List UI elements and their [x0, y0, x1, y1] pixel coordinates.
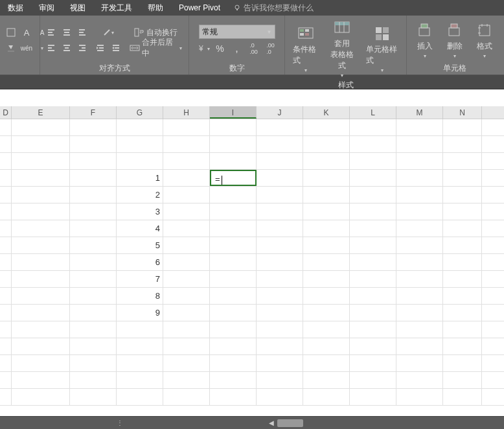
number-format-dropdown[interactable]: 常规 ▼: [199, 25, 275, 39]
cell[interactable]: [257, 372, 303, 388]
cell[interactable]: [12, 372, 70, 388]
cell[interactable]: [12, 254, 70, 270]
cell[interactable]: [303, 389, 350, 405]
cell[interactable]: [0, 355, 12, 371]
align-top-button[interactable]: [44, 25, 58, 40]
cell[interactable]: [350, 220, 396, 237]
cell[interactable]: [257, 254, 303, 270]
cell[interactable]: [396, 170, 443, 186]
cell[interactable]: [303, 288, 350, 304]
cell[interactable]: 1: [117, 170, 163, 186]
cell[interactable]: [303, 271, 350, 287]
cell[interactable]: [0, 321, 12, 338]
cell[interactable]: [303, 305, 350, 321]
cell[interactable]: [12, 389, 70, 405]
cell[interactable]: [257, 288, 303, 304]
cell[interactable]: [210, 372, 257, 388]
cell[interactable]: [117, 355, 163, 371]
cell[interactable]: [163, 372, 210, 388]
column-header[interactable]: H: [163, 106, 210, 119]
cell[interactable]: [117, 321, 163, 338]
cell[interactable]: [12, 203, 70, 220]
cell[interactable]: [210, 271, 257, 287]
cell[interactable]: [210, 136, 257, 152]
cell[interactable]: [303, 237, 350, 253]
cell[interactable]: [257, 355, 303, 371]
cell[interactable]: [443, 305, 482, 321]
cell[interactable]: [443, 153, 482, 169]
cell[interactable]: [70, 288, 117, 304]
cell[interactable]: [163, 389, 210, 405]
cell[interactable]: [12, 288, 70, 304]
column-header[interactable]: E: [12, 106, 70, 119]
cell[interactable]: [210, 203, 257, 220]
menu-tab[interactable]: 开发工具: [93, 0, 140, 16]
cell[interactable]: [350, 187, 396, 203]
cell[interactable]: [396, 305, 443, 321]
orientation-button[interactable]: ▾: [101, 25, 115, 40]
cell[interactable]: [210, 338, 257, 354]
cell[interactable]: [443, 220, 482, 237]
cell[interactable]: [0, 119, 12, 135]
pinyin-button[interactable]: wén: [19, 41, 34, 55]
horizontal-scroll-thumb[interactable]: [277, 419, 303, 427]
cell[interactable]: [257, 119, 303, 135]
cell[interactable]: [396, 237, 443, 253]
column-header[interactable]: G: [117, 106, 163, 119]
cell[interactable]: [117, 136, 163, 152]
cell[interactable]: [0, 254, 12, 270]
cell[interactable]: [303, 220, 350, 237]
cell[interactable]: [303, 338, 350, 354]
cell[interactable]: [350, 355, 396, 371]
cell[interactable]: [70, 254, 117, 270]
cell[interactable]: [12, 355, 70, 371]
column-header[interactable]: D: [0, 106, 12, 119]
cell[interactable]: [443, 170, 482, 186]
cell[interactable]: [396, 254, 443, 270]
cell[interactable]: [70, 237, 117, 253]
cell[interactable]: [210, 187, 257, 203]
cell[interactable]: [257, 220, 303, 237]
cell[interactable]: [210, 389, 257, 405]
menu-tab[interactable]: Power Pivot: [171, 0, 228, 16]
cell[interactable]: [396, 136, 443, 152]
cell[interactable]: [396, 338, 443, 354]
merge-center-button[interactable]: 合并后居中 ▾: [127, 41, 185, 55]
cell[interactable]: [396, 220, 443, 237]
accounting-format-button[interactable]: ¥▾: [196, 41, 211, 56]
font-border-button[interactable]: [4, 25, 18, 40]
cell[interactable]: [70, 321, 117, 338]
cell[interactable]: [396, 372, 443, 388]
spreadsheet-grid[interactable]: DEFGHIJKLMN 1=23456789: [0, 89, 504, 416]
cell[interactable]: [163, 288, 210, 304]
cell[interactable]: [443, 237, 482, 253]
cell[interactable]: [303, 355, 350, 371]
cell[interactable]: [443, 338, 482, 354]
increase-decimal-button[interactable]: .0.00: [247, 41, 261, 56]
align-middle-button[interactable]: [60, 25, 74, 40]
cell[interactable]: [210, 237, 257, 253]
cell[interactable]: [350, 237, 396, 253]
cell[interactable]: 4: [117, 220, 163, 237]
cell[interactable]: [12, 170, 70, 186]
delete-cells-button[interactable]: 删除 ▾: [442, 20, 468, 60]
cell[interactable]: [0, 136, 12, 152]
cell[interactable]: [163, 170, 210, 186]
cell[interactable]: [163, 305, 210, 321]
cell[interactable]: [396, 321, 443, 338]
cell[interactable]: [257, 389, 303, 405]
cell[interactable]: [163, 203, 210, 220]
cell[interactable]: [303, 254, 350, 270]
cell[interactable]: [117, 338, 163, 354]
tell-me-search[interactable]: 告诉我你想要做什么: [233, 3, 314, 14]
cell[interactable]: 7: [117, 271, 163, 287]
cell[interactable]: [443, 254, 482, 270]
cell[interactable]: [163, 153, 210, 169]
cell[interactable]: [117, 153, 163, 169]
cell[interactable]: [443, 119, 482, 135]
cell[interactable]: [163, 355, 210, 371]
cell[interactable]: [443, 372, 482, 388]
insert-cells-button[interactable]: 插入 ▾: [412, 20, 438, 60]
cell[interactable]: [163, 237, 210, 253]
comma-button[interactable]: ,: [230, 41, 244, 56]
